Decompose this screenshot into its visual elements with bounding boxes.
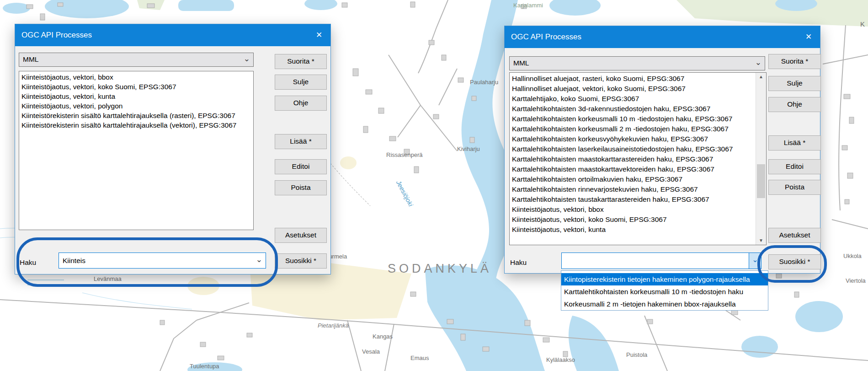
search-label: Haku [510,258,527,267]
title-bar[interactable]: OGC API Processes ✕ [505,26,820,48]
map-label: Paulaharju [470,79,498,86]
list-item[interactable]: Karttalehtikohtaisten korkeusmalli 2 m -… [510,124,757,134]
list-item[interactable]: Karttalehtikohtaisten ortoilmakuvien hak… [510,174,757,184]
list-item[interactable]: Kiinteistörekisterin sisältö karttalehti… [19,120,253,130]
list-item[interactable]: Hallinnolliset aluejaot, vektori, koko S… [510,84,757,94]
source-select-value: MML [513,57,529,70]
map-label: Emaus [410,355,429,361]
sulje-button[interactable]: Sulje [275,75,327,90]
list-item[interactable]: Karttalehtikohtaisten taustakarttaraster… [510,194,757,204]
scrollbar[interactable]: ▲ ▼ [756,73,766,245]
list-item[interactable]: Karttalehtikohtaisten korkeusvyöhykekuvi… [510,134,757,144]
desktop: Karjalammi Paulaharju Kiviharju Rissasen… [0,0,868,371]
map-label: Ukkola [843,253,862,259]
dialog-title: OGC API Processes [511,26,581,48]
map-label: SODANKYLÄ [388,262,492,276]
list-item[interactable]: Karttalehtikohtaisten laserkeilausaineis… [510,144,757,154]
list-item[interactable]: Kiinteistöjaotus, vektori, kunta [19,91,253,101]
chevron-down-icon[interactable]: ⌄ [256,254,262,264]
asetukset-button[interactable]: Asetukset [275,228,327,243]
search-combobox: ⌄ [59,253,266,269]
ogc-api-processes-dialog-left: OGC API Processes ✕ MML ⌄ Kiinteistöjaot… [15,24,331,274]
map-label: Viertola [846,277,866,284]
close-icon[interactable]: ✕ [797,26,820,48]
process-list: Kiinteistöjaotus, vektori, bbox Kiinteis… [19,71,254,230]
list-item[interactable]: Karttalehtikohtaisten 3d-rakennustiedost… [510,104,757,114]
map-label: Puistola [626,351,647,358]
editoi-button[interactable]: Editoi [768,159,821,174]
list-item[interactable]: Karttalehtikohtaisten korkeusmalli 10 m … [510,114,757,124]
suggestion-item[interactable]: Karttalehtikohtaisten korkeusmalli 10 m … [561,285,768,298]
source-select-value: MML [23,53,38,66]
list-item[interactable]: Kiinteistöjaotus, vektori, kunta [510,225,757,235]
search-input[interactable] [562,253,761,269]
asetukset-button[interactable]: Asetukset [768,228,821,243]
map-label: K [860,20,865,28]
list-item[interactable]: Kiinteistöjaotus, vektori, bbox [510,204,757,215]
title-bar[interactable]: OGC API Processes ✕ [15,24,330,46]
process-list: Hallinnolliset aluejaot, rasteri, koko S… [509,72,767,245]
map-label: Karjalammi [513,2,543,9]
list-item[interactable]: Karttalehtikohtaisten maastokarttaraster… [510,154,757,164]
suorita-button[interactable]: Suorita * [768,54,821,69]
source-select[interactable]: MML ⌄ [509,56,765,70]
list-item[interactable]: Kiinteistöjaotus, vektori, koko Suomi, E… [510,215,757,225]
list-item[interactable]: Kiinteistörekisterin sisältö karttalehti… [19,111,253,120]
list-item[interactable]: Karttalehtikohtaisten rinnevarjostekuvie… [510,184,757,194]
poista-button[interactable]: Poista [768,180,821,195]
map-label: Rissasenperä [386,151,423,158]
suosikki-button[interactable]: Suosikki * [768,254,821,269]
suggestion-item[interactable]: Korkeusmalli 2 m -tietojen hakeminen bbo… [561,298,768,310]
ohje-button[interactable]: Ohje [768,97,821,112]
search-combobox: ⌄ [561,253,761,269]
ogc-api-processes-dialog-right: OGC API Processes ✕ MML ⌄ Hallinnolliset… [504,26,820,274]
map-label: Vesala [362,348,380,355]
list-item[interactable]: Kiinteistöjaotus, vektori, polygon [19,101,253,111]
search-input[interactable] [59,253,266,268]
chevron-down-icon: ⌄ [244,54,250,63]
suggestion-item[interactable]: Kiintopisterekisterin tietojen hakeminen… [561,273,768,285]
list-item[interactable]: Kiinteistöjaotus, vektori, koko Suomi, E… [19,82,253,91]
sulje-button[interactable]: Sulje [768,76,821,91]
map-label: Tuulentupa [190,363,219,370]
poista-button[interactable]: Poista [275,180,327,195]
map-label: Kangas [373,333,393,340]
close-icon[interactable]: ✕ [308,24,330,46]
scrollbar-thumb[interactable] [757,164,765,198]
suorita-button[interactable]: Suorita * [275,54,327,69]
dropdown-toggle[interactable]: ⌄ [749,253,761,269]
scroll-up-icon[interactable]: ▲ [756,73,766,81]
ohje-button[interactable]: Ohje [275,96,327,111]
list-item[interactable]: Hallinnolliset aluejaot, rasteri, koko S… [510,74,757,84]
map-label: Pietarijänkä [318,322,349,329]
map-label: Levänmaa [94,275,122,282]
search-suggestions-dropdown: Kiintopisterekisterin tietojen hakeminen… [561,270,768,311]
chevron-down-icon: ⌄ [752,255,758,264]
suosikki-button[interactable]: Suosikki * [275,253,327,269]
editoi-button[interactable]: Editoi [275,159,327,174]
lisaa-button[interactable]: Lisää * [275,134,327,149]
list-item[interactable]: Karttalehtikohtaisten maastokarttavektor… [510,164,757,174]
list-item[interactable]: Kiinteistöjaotus, vektori, bbox [19,72,253,82]
source-select[interactable]: MML ⌄ [19,53,254,67]
list-item[interactable]: Karttalehtijako, koko Suomi, EPSG:3067 [510,94,757,104]
map-label: Kiviharju [457,145,480,152]
dialog-title: OGC API Processes [21,24,92,46]
chevron-down-icon: ⌄ [755,57,761,67]
search-label: Haku [20,258,36,267]
lisaa-button[interactable]: Lisää * [768,135,821,151]
scroll-down-icon[interactable]: ▼ [756,237,766,245]
map-label: Kylälaakso [546,356,575,363]
